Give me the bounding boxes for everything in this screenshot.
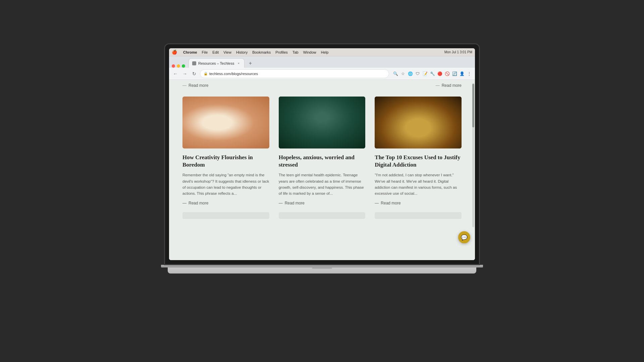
- svg-point-20: [400, 117, 406, 123]
- readmore-text-addiction: Read more: [381, 201, 400, 205]
- top-readmore-link-1[interactable]: — Read more: [182, 83, 208, 88]
- readmore-dash-hopeless: —: [279, 201, 283, 205]
- menubar-edit[interactable]: Edit: [212, 50, 219, 54]
- laptop-screen: 🍎 Chrome File Edit View History Bookmark…: [169, 48, 475, 260]
- laptop-base: [168, 267, 476, 274]
- page-inner: — Read more — Read more: [169, 80, 475, 260]
- svg-rect-18: [405, 110, 432, 135]
- menubar-clock: Mon Jul 1 3:01 PM: [444, 50, 472, 54]
- forward-button[interactable]: →: [181, 70, 189, 77]
- svg-point-26: [405, 111, 432, 134]
- tab-title: Resources – Techless: [198, 61, 234, 65]
- url-bar[interactable]: 🔒 techless.com/blogs/resources: [200, 69, 389, 78]
- svg-point-21: [396, 117, 401, 123]
- article-image-addiction[interactable]: [375, 97, 462, 148]
- ext-icon-5[interactable]: 🔴: [437, 71, 443, 77]
- bottom-row: [182, 212, 462, 219]
- laptop-notch: [312, 267, 332, 269]
- menubar-history[interactable]: History: [236, 50, 248, 54]
- ext-icon-4[interactable]: 🔧: [429, 71, 435, 77]
- svg-point-25: [440, 117, 445, 123]
- svg-point-4: [228, 117, 240, 130]
- ext-icon-7[interactable]: 🔄: [451, 71, 458, 77]
- ext-icon-2[interactable]: 🛡: [415, 71, 421, 77]
- menubar-bookmarks[interactable]: Bookmarks: [252, 50, 271, 54]
- address-bar: ← → ↻ 🔒 techless.com/blogs/resources 🔍 ☆…: [169, 68, 475, 80]
- minimize-button[interactable]: [177, 64, 180, 68]
- article-card-addiction: The Top 10 Excuses Used to Justify Digit…: [375, 97, 462, 205]
- laptop-frame: 🍎 Chrome File Edit View History Bookmark…: [158, 44, 486, 318]
- ext-icon-6[interactable]: 🚫: [444, 71, 450, 77]
- browser-tab-active[interactable]: Resources – Techless ×: [189, 58, 245, 68]
- scrollbar-thumb[interactable]: [472, 84, 474, 127]
- article-excerpt-hopeless: The teen girl mental health epidemic. Te…: [279, 172, 366, 197]
- ext-icon-3[interactable]: 📝: [422, 71, 428, 77]
- dash-1: —: [182, 83, 186, 88]
- top-readmore-section: — Read more — Read more: [182, 80, 462, 93]
- svg-line-12: [290, 97, 293, 148]
- svg-line-14: [317, 97, 320, 148]
- readmore-dash-addiction: —: [375, 201, 379, 205]
- article-readmore-hopeless[interactable]: — Read more: [279, 201, 366, 205]
- toolbar-icons: 🔍 ☆ 🌐 🛡 📝 🔧 🔴 🚫 🔄 👤 ⋮: [392, 71, 472, 77]
- menubar-file[interactable]: File: [202, 50, 208, 54]
- apple-menu[interactable]: 🍎: [172, 50, 177, 55]
- article-image-hopeless[interactable]: [279, 97, 366, 148]
- close-button[interactable]: [172, 64, 175, 68]
- menubar-window[interactable]: Window: [303, 50, 316, 54]
- mac-menubar: 🍎 Chrome File Edit View History Bookmark…: [169, 48, 475, 56]
- menubar-tab[interactable]: Tab: [292, 50, 299, 54]
- zoom-icon[interactable]: 🔍: [392, 71, 398, 77]
- svg-rect-7: [280, 97, 364, 148]
- refresh-button[interactable]: ↻: [191, 70, 198, 77]
- more-icon[interactable]: ⋮: [466, 71, 472, 77]
- top-readmore-link-2[interactable]: — Read more: [436, 83, 462, 88]
- maximize-button[interactable]: [182, 64, 185, 68]
- top-readmore-1-text: Read more: [189, 83, 208, 88]
- article-readmore-addiction[interactable]: — Read more: [375, 201, 462, 205]
- menubar-chrome[interactable]: Chrome: [183, 50, 197, 54]
- svg-point-2: [219, 118, 243, 148]
- url-secure-icon: 🔒: [204, 72, 208, 75]
- browser-window: Resources – Techless × + ← → ↻ 🔒 techles…: [169, 56, 475, 260]
- svg-rect-10: [314, 125, 330, 135]
- article-title-hopeless[interactable]: Hopeless, anxious, worried and stressed: [279, 154, 366, 169]
- article-title-creativity[interactable]: How Creativity Flourishes in Boredom: [182, 154, 269, 169]
- bottom-placeholder-1: [182, 212, 269, 219]
- svg-point-3: [206, 108, 222, 125]
- svg-rect-11: [316, 127, 328, 134]
- readmore-dash-creativity: —: [182, 201, 186, 205]
- chat-fab-button[interactable]: 💬: [458, 231, 470, 243]
- url-text: techless.com/blogs/resources: [209, 72, 258, 76]
- article-readmore-creativity[interactable]: — Read more: [182, 201, 269, 205]
- profile-icon[interactable]: 👤: [459, 71, 465, 77]
- back-button[interactable]: ←: [172, 70, 179, 77]
- dash-2: —: [436, 83, 440, 88]
- top-readmore-2-text: Read more: [442, 83, 462, 88]
- tab-close-button[interactable]: ×: [236, 61, 241, 66]
- svg-point-24: [435, 117, 441, 123]
- readmore-text-hopeless: Read more: [285, 201, 305, 205]
- menubar-help[interactable]: Help: [321, 50, 329, 54]
- svg-point-23: [431, 117, 436, 123]
- bookmark-icon[interactable]: ☆: [400, 71, 406, 77]
- svg-rect-17: [376, 97, 460, 148]
- svg-line-15: [330, 97, 334, 148]
- article-image-creativity[interactable]: [182, 97, 269, 148]
- laptop-hinge: [161, 265, 483, 267]
- svg-point-1: [197, 112, 231, 148]
- svg-point-8: [309, 102, 335, 138]
- svg-line-13: [304, 97, 307, 148]
- new-tab-button[interactable]: +: [246, 59, 255, 68]
- bottom-placeholder-2: [279, 212, 366, 219]
- traffic-lights: [172, 64, 185, 68]
- menubar-view[interactable]: View: [223, 50, 231, 54]
- scrollbar[interactable]: [472, 83, 474, 227]
- bottom-placeholder-3: [375, 212, 462, 219]
- menubar-profiles[interactable]: Profiles: [275, 50, 288, 54]
- svg-rect-0: [184, 97, 268, 148]
- article-title-addiction[interactable]: The Top 10 Excuses Used to Justify Digit…: [375, 154, 462, 169]
- screen-bezel: 🍎 Chrome File Edit View History Bookmark…: [164, 44, 480, 265]
- tab-bar: Resources – Techless × +: [169, 56, 475, 68]
- ext-icon-1[interactable]: 🌐: [407, 71, 413, 77]
